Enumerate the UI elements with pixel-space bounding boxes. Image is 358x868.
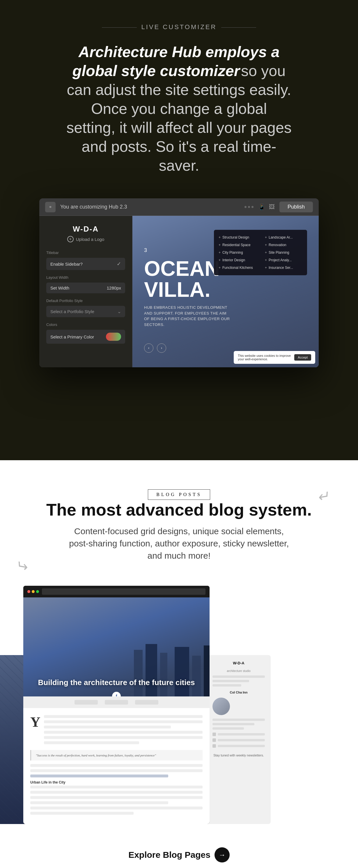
right-line-5 [213,723,254,725]
blog-article-content: Y "Success is the result of perfection, … [23,708,209,824]
hub-icon: ▫ [45,202,56,212]
service-city[interactable]: City Planning [219,250,256,255]
service-interior[interactable]: Interior Design [219,257,256,263]
blog-site-hero: Building the architecture of the future … [23,597,209,696]
carousel-prev[interactable]: ‹ [144,343,153,353]
enable-sidebar-label: Enable Sidebar? [51,261,83,267]
blog-meta-3 [135,700,158,705]
dot-green [36,590,39,593]
service-site[interactable]: Site Planning [265,250,302,255]
customizer-body: W-D-A + Upload a Logo Titlebar Enable Si… [39,216,319,367]
hero-headline: Architecture Hub employs a global style … [65,42,293,175]
service-residential[interactable]: Residential Space [219,242,256,248]
right-item-2 [213,738,265,742]
svg-rect-2 [160,653,167,696]
preview-description: HUB EMBRACES HOLISTIC DEVELOPMENT AND SU… [144,305,231,328]
dot-red [27,590,30,593]
publish-button[interactable]: Publish [280,202,313,212]
blog-browser-header [23,586,209,597]
right-line-3 [213,684,241,686]
browser-mockup: ▫ You are customizing Hub 2.3 📱 🖼 Publis… [39,198,319,367]
dot-yellow [32,590,35,593]
right-item-text-2 [218,739,265,741]
service-renovation[interactable]: Renovation [265,242,302,248]
set-width-label: Set Width [51,285,69,290]
blog-section: BLOG POSTS ↵ ↵ The most advanced blog sy… [0,460,358,868]
blog-headline: The most advanced blog system. [0,500,358,519]
article-line-13 [30,807,203,809]
cookie-accept-button[interactable]: Accept [294,354,311,361]
service-kitchens[interactable]: Functional Kitchens [219,265,256,271]
carousel-controls: ‹ › [144,343,166,353]
titlebar-label: Titlebar [46,250,125,255]
right-item-1 [213,733,265,736]
blog-right-logo: W-D-A [213,661,265,665]
cookie-text: This website uses cookies to improve you… [238,354,291,361]
blog-author-photo [213,698,230,715]
logo-text: W-D-A [46,224,125,234]
blog-label-wrapper: BLOG POSTS [148,489,210,500]
color-swatch[interactable] [106,333,121,341]
article-line-1 [44,715,203,718]
preview-title-line2: VILLA. [144,279,307,300]
svg-rect-3 [175,647,189,696]
explore-blog-label: Explore Blog Pages [128,850,210,860]
browser-dots [245,206,254,208]
service-project[interactable]: Project Analy... [265,257,302,263]
curl-left-icon: ↵ [16,557,30,575]
article-line-2 [44,720,203,723]
browser-title: You are customizing Hub 2.3 [60,204,240,210]
blog-hero-text: Building the architecture of the future … [23,678,209,688]
explore-arrow-icon: → [215,847,230,863]
svg-rect-1 [145,644,157,696]
service-structural[interactable]: Structural Design [219,235,256,240]
article-link-line [30,775,203,777]
portfolio-style-dropdown[interactable]: Select a Portfolio Style ⌄ [46,306,125,317]
primary-color-field: Select a Primary Color [46,330,125,344]
logo-area: W-D-A + Upload a Logo [46,224,125,242]
service-insurance[interactable]: Insurance Ser... [265,265,302,271]
article-line-link [30,775,168,777]
services-dropdown: Structural Design Landscape Ar... Reside… [214,230,307,275]
portfolio-dropdown-placeholder: Select a Portfolio Style [51,309,94,314]
enable-sidebar-field: Enable Sidebar? ✓ [46,258,125,270]
upload-plus-icon: + [67,236,74,242]
section-label: LIVE CUSTOMIZER [97,23,261,31]
right-line-1 [213,676,265,678]
service-landscape[interactable]: Landscape Ar... [265,235,302,240]
checkmark-icon: ✓ [117,261,121,267]
right-item-text-3 [218,745,265,747]
article-line-8 [30,769,203,772]
article-line-9 [30,785,203,788]
skyscraper-svg [117,644,209,696]
article-line-10 [30,791,203,794]
svg-rect-4 [192,656,201,696]
blog-browser-dots [27,590,39,593]
svg-rect-0 [134,650,142,696]
set-width-field: Set Width 1280px [46,282,125,293]
colors-label: Colors [46,322,125,327]
article-line-3 [44,725,171,728]
dot-3 [252,206,254,208]
right-line-4 [213,719,265,721]
blog-label-text: BLOG POSTS [156,492,202,497]
right-item-3 [213,744,265,748]
browser-device-icons: 📱 🖼 [258,204,275,211]
blog-subtext: Content-focused grid designs, unique soc… [65,525,293,562]
right-item-icon-1 [213,733,216,736]
right-item-text-1 [218,733,265,736]
blog-meta-1 [74,700,98,705]
customizer-panel: W-D-A + Upload a Logo Titlebar Enable Si… [39,216,132,367]
desktop-icon[interactable]: 🖼 [269,204,275,210]
blog-meta-2 [105,700,128,705]
explore-blog-button[interactable]: Explore Blog Pages → [128,847,230,863]
blog-right-items [213,733,265,748]
right-line-6 [213,727,244,730]
blog-quote: "Success is the result of perfection, ha… [30,750,203,761]
dot-2 [248,206,250,208]
carousel-next[interactable]: › [157,343,166,353]
mobile-icon[interactable]: 📱 [258,204,265,211]
chevron-down-icon: ⌄ [117,309,121,314]
upload-logo-button[interactable]: + Upload a Logo [46,236,125,242]
blog-right-subtitle: architecture studio [213,669,265,673]
